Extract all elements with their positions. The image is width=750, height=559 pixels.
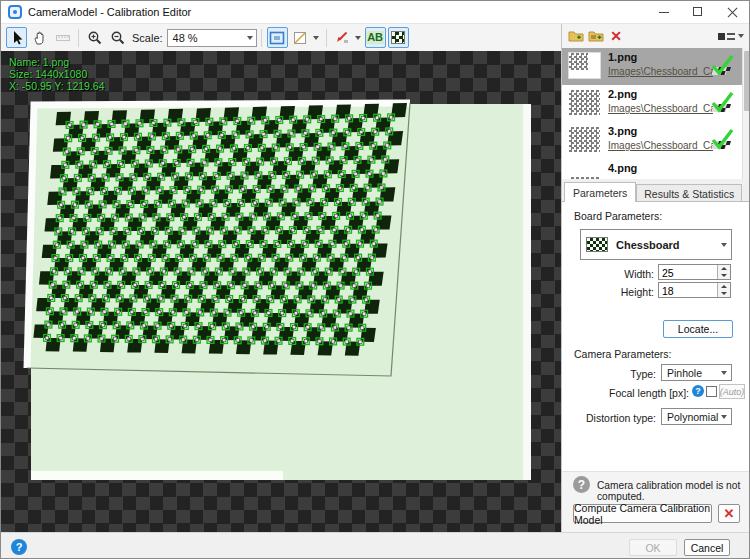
image-canvas[interactable]: Name: 1.png Size: 1440x1080 X: -50.95 Y:…	[1, 51, 561, 532]
ruler-icon	[55, 30, 71, 46]
measure-tool-button[interactable]	[52, 27, 73, 48]
cancel-button[interactable]: Cancel	[684, 539, 730, 556]
status-message: Camera calibration model is not computed…	[597, 480, 750, 502]
compute-calibration-button[interactable]: Compute Camera Calibration Model	[573, 504, 712, 523]
located-status-icon	[709, 55, 735, 77]
list-item[interactable]: 4.png	[562, 159, 750, 179]
image-path-link[interactable]: Images\Chessboard_Cali...	[608, 103, 713, 114]
distortion-type-label: Distortion type:	[586, 412, 656, 424]
maximize-button[interactable]	[681, 1, 715, 23]
hand-icon	[32, 30, 48, 46]
close-button[interactable]	[715, 1, 749, 23]
list-item[interactable]: 3.png Images\Chessboard_Cali...	[562, 122, 750, 159]
zoom-in-icon	[87, 30, 103, 46]
camera-type-combobox[interactable]: Pinhole	[661, 364, 732, 381]
view-mode-button[interactable]	[718, 33, 747, 40]
image-path-link[interactable]: Images\Chessboard_Cali...	[608, 140, 713, 151]
hide-markers-dropdown-icon[interactable]	[355, 36, 361, 40]
close-icon	[727, 7, 737, 17]
image-thumbnail	[569, 53, 600, 78]
abort-compute-button[interactable]: ✕	[718, 504, 740, 523]
focal-length-label: Focal length [px]:	[609, 387, 689, 399]
remove-image-button[interactable]: ✕	[606, 26, 626, 46]
pan-tool-button[interactable]	[29, 27, 50, 48]
view-lines-icon	[727, 33, 735, 40]
tab-parameters[interactable]: Parameters	[564, 182, 636, 202]
chessboard-icon	[391, 31, 405, 44]
overlay-coords: X: -50.95 Y: 1219.64	[9, 80, 105, 92]
crossed-square-icon	[292, 30, 308, 46]
toolbar-separator	[78, 29, 79, 47]
toolbar-separator	[261, 29, 262, 47]
width-field	[658, 264, 731, 280]
chessboard-icon	[586, 237, 608, 252]
overlay-size: Size: 1440x1080	[9, 68, 105, 80]
image-thumbnail	[569, 90, 600, 115]
focal-length-auto-field: (Auto)	[719, 384, 745, 399]
calibration-side-panel: ✕ 1.png Images\Chessboard_Cali... 2.png …	[561, 24, 750, 532]
image-name: 1.png	[608, 51, 637, 63]
image-name: 3.png	[608, 125, 637, 137]
image-name: 4.png	[608, 162, 637, 174]
list-item[interactable]: 1.png Images\Chessboard_Cali...	[562, 48, 750, 85]
scale-combobox[interactable]: 48 %	[167, 29, 257, 47]
chevron-down-icon	[247, 36, 253, 40]
add-image-series-button[interactable]	[586, 26, 606, 46]
scale-value: 48 %	[173, 32, 198, 44]
fit-to-window-button[interactable]	[267, 27, 288, 48]
height-spinner[interactable]	[717, 283, 730, 297]
chevron-down-icon	[721, 243, 727, 247]
located-status-icon	[709, 129, 735, 151]
window-title: CameraModel - Calibration Editor	[28, 6, 191, 18]
chessboard-overlay-button[interactable]	[388, 27, 409, 48]
cursor-icon	[9, 30, 25, 46]
height-field	[658, 282, 731, 298]
red-arrow-icon	[334, 30, 350, 46]
calibration-editor-window: CameraModel - Calibration Editor Scale: …	[0, 0, 750, 559]
width-spinner[interactable]	[717, 265, 730, 279]
board-type-value: Chessboard	[616, 239, 680, 251]
distortion-type-value: Polynomial	[667, 411, 718, 423]
no-background-button[interactable]	[290, 27, 311, 48]
camera-parameters-label: Camera Parameters:	[574, 348, 671, 360]
zoom-out-icon	[110, 30, 126, 46]
list-scrollbar[interactable]	[742, 48, 750, 179]
ab-toggle-button[interactable]: AB	[365, 27, 386, 48]
minimize-icon	[659, 12, 669, 13]
image-thumbnail	[569, 177, 600, 179]
canvas-toolbar: Scale: 48 % AB	[1, 24, 561, 51]
app-icon	[8, 5, 22, 19]
hide-markers-button[interactable]	[332, 27, 353, 48]
scrollbar-thumb[interactable]	[744, 51, 750, 111]
ok-button[interactable]: OK	[629, 539, 677, 556]
help-icon[interactable]: ?	[11, 539, 27, 555]
zoom-in-button[interactable]	[84, 27, 105, 48]
calibration-image-list: 1.png Images\Chessboard_Cali... 2.png Im…	[562, 48, 750, 179]
image-path-link[interactable]: Images\Chessboard_Cali...	[608, 66, 713, 77]
maximize-icon	[693, 7, 702, 16]
focal-length-checkbox[interactable]	[706, 386, 717, 397]
distortion-type-combobox[interactable]: Polynomial	[661, 408, 732, 425]
height-label: Height:	[621, 286, 654, 298]
minimize-button[interactable]	[647, 1, 681, 23]
delete-x-icon: ✕	[610, 29, 622, 43]
select-tool-button[interactable]	[6, 27, 27, 48]
locate-button[interactable]: Locate...	[663, 320, 733, 338]
image-list-toolbar: ✕	[562, 24, 750, 48]
board-type-combobox[interactable]: Chessboard	[580, 229, 732, 260]
calibration-status-area: ? Camera calibration model is not comput…	[562, 471, 750, 532]
add-image-button[interactable]	[566, 26, 586, 46]
no-background-dropdown-icon[interactable]	[313, 36, 319, 40]
status-question-icon: ?	[573, 476, 590, 493]
zoom-out-button[interactable]	[107, 27, 128, 48]
scale-label: Scale:	[132, 32, 163, 44]
dialog-footer: ? OK Cancel	[1, 532, 749, 559]
canvas-overlay-info: Name: 1.png Size: 1440x1080 X: -50.95 Y:…	[9, 56, 105, 92]
tab-results-statistics[interactable]: Results & Statistics	[636, 184, 742, 202]
focal-help-icon[interactable]: ?	[692, 385, 704, 397]
titlebar: CameraModel - Calibration Editor	[1, 1, 749, 24]
type-label: Type:	[630, 368, 656, 380]
camera-type-value: Pinhole	[667, 367, 702, 379]
list-item[interactable]: 2.png Images\Chessboard_Cali...	[562, 85, 750, 122]
located-status-icon	[709, 92, 735, 114]
